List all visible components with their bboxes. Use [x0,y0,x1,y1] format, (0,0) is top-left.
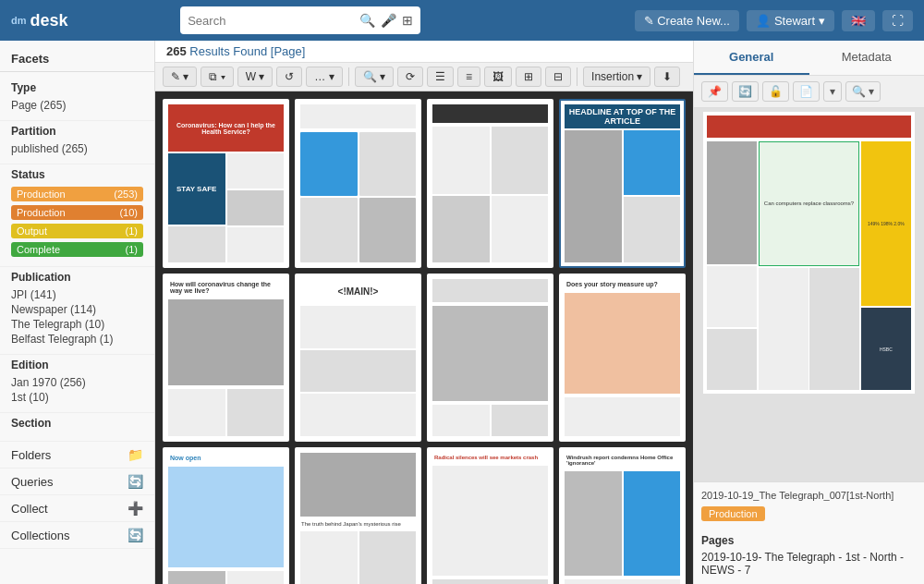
panel-tabs: General Metadata [694,41,924,76]
main-layout: Facets Type Page (265) Partition publish… [0,41,924,584]
wp-button[interactable]: W ▾ [237,67,274,87]
results-page-label: [Page] [271,44,306,58]
panel-filename: 2019-10-19_The Telegraph_007[1st-North] [701,490,917,501]
more-button[interactable]: … ▾ [306,67,342,87]
user-dropdown-icon: ▾ [819,14,825,28]
queries-icon: 🔄 [128,474,143,489]
columns-button[interactable]: ⊟ [545,67,571,87]
facet-group-edition: Edition Jan 1970 (256) 1st (10) [0,355,154,413]
history-button[interactable]: ↺ [276,67,302,87]
panel-zoom-button[interactable]: 🔍 ▾ [845,81,881,102]
facet-group-section: Section [0,413,154,442]
panel-more-button[interactable]: ▾ [823,81,842,102]
grid-item-1[interactable]: Coronavirus: How can I help the Health S… [163,99,289,268]
tab-general[interactable]: General [694,41,809,75]
download-button[interactable]: ⬇ [654,67,680,87]
logo-dm: dm [11,15,27,26]
grid-item-12[interactable]: Windrush report condemns Home Office 'ig… [559,447,686,584]
grid-item-5[interactable]: How will coronavirus change the way we l… [163,274,289,443]
status-complete-1[interactable]: Complete(1) [11,242,143,257]
list-view-button[interactable]: ☰ [427,67,454,87]
search-bar: 🔍 🎤 ⊞ [180,6,420,34]
pin-button[interactable]: 📌 [701,81,728,102]
create-new-button[interactable]: ✎ Create New... [635,10,739,31]
facet-group-publication: Publication JPI (141) Newspaper (114) Th… [0,267,154,355]
user-label: Stewart [774,14,815,28]
facet-type-page[interactable]: Page (265) [11,98,143,113]
collect-action[interactable]: Collect ➕ [0,495,154,522]
grid-item-10[interactable]: The truth behind Japan's mysterious rise [295,447,421,584]
collections-icon: 🔄 [128,528,143,542]
content-toolbar: ✎ ▾ ⧉ ▾ W ▾ ↺ … ▾ 🔍 ▾ ⟳ ☰ ≡ 🖼 ⊞ ⊟ Insert… [155,63,693,91]
copy-button[interactable]: ⧉ ▾ [201,67,233,87]
grid-area: Coronavirus: How can I help the Health S… [155,91,693,584]
sidebar: Facets Type Page (265) Partition publish… [0,41,155,584]
content-area: 265 Results Found [Page] ✎ ▾ ⧉ ▾ W ▾ ↺ …… [155,41,693,584]
header-right: ✎ Create New... 👤 Stewart ▾ 🇬🇧 ⛶ [635,10,913,31]
app-logo: dm desk [11,11,68,30]
grid-view-button[interactable]: ⊞ [516,67,541,87]
facet-edition-1st[interactable]: 1st (10) [11,390,143,405]
language-button[interactable]: 🇬🇧 [842,10,875,31]
facet-pub-jpi[interactable]: JPI (141) [11,287,143,302]
mic-button[interactable]: 🎤 [381,13,396,28]
zoom-button[interactable]: 🔍 ▾ [355,67,394,87]
filter-button[interactable]: ⊞ [402,13,413,28]
folders-icon: 📁 [128,447,143,462]
user-icon: 👤 [756,14,771,28]
collections-action[interactable]: Collections 🔄 [0,522,154,549]
grid-item-2[interactable] [295,99,421,268]
grid-item-4[interactable]: HEADLINE AT TOP OF THE ARTICLE [559,99,686,268]
facet-pub-telegraph[interactable]: The Telegraph (10) [11,317,143,332]
facet-status-label: Status [11,168,143,181]
panel-preview: Can computers replace classrooms? 149% 1… [694,108,924,481]
fullscreen-button[interactable]: ⛶ [882,10,913,31]
status-production-253[interactable]: Production(253) [11,187,143,201]
logo-text: desk [30,11,68,30]
facet-edition-label: Edition [11,359,143,371]
refresh-button[interactable]: ⟳ [397,67,423,87]
thumb-view-button[interactable]: 🖼 [484,67,512,87]
facet-section-label: Section [11,417,143,430]
facet-partition-published[interactable]: published (265) [11,141,143,156]
detail-view-button[interactable]: ≡ [457,67,480,87]
grid-item-8[interactable]: Does your story measure up? [559,274,686,443]
grid-item-11[interactable]: Radical silences will see markets crash [427,447,553,584]
panel-status-badge: Production [701,506,765,521]
panel-page-entry: 2019-10-19- The Telegraph - 1st - North … [701,551,917,577]
search-input[interactable] [188,14,354,28]
queries-action[interactable]: Queries 🔄 [0,468,154,495]
insertion-button[interactable]: Insertion ▾ [583,67,650,87]
results-count: 265 [166,44,187,58]
search-button[interactable]: 🔍 [359,13,375,28]
refresh-panel-button[interactable]: 🔄 [732,81,759,102]
facet-pub-belfast[interactable]: Belfast Telegraph (1) [11,332,143,347]
results-label: Results Found [189,44,270,58]
folders-action[interactable]: Folders 📁 [0,442,154,468]
app-header: dm desk 🔍 🎤 ⊞ ✎ Create New... 👤 Stewart … [0,0,924,41]
facets-title: Facets [0,48,154,72]
collect-icon: ➕ [128,501,143,516]
facet-type-label: Type [11,81,143,94]
facet-edition-jan1970[interactable]: Jan 1970 (256) [11,375,143,390]
export-button[interactable]: 📄 [793,81,820,102]
facet-publication-label: Publication [11,271,143,284]
facet-group-status: Status Production(253) Production(10) Ou… [0,164,154,267]
facet-pub-newspaper[interactable]: Newspaper (114) [11,302,143,317]
user-menu-button[interactable]: 👤 Stewart ▾ [747,10,834,31]
separator-1 [348,67,349,86]
status-production-10[interactable]: Production(10) [11,205,143,220]
panel-toolbar: 📌 🔄 🔓 📄 ▾ 🔍 ▾ [694,76,924,108]
grid-item-3[interactable] [427,99,553,268]
grid-item-6[interactable]: <!MAIN!> [295,274,421,443]
page-grid: Coronavirus: How can I help the Health S… [163,99,686,584]
tab-metadata[interactable]: Metadata [809,41,925,75]
lock-button[interactable]: 🔓 [762,81,789,102]
right-panel: General Metadata 📌 🔄 🔓 📄 ▾ 🔍 ▾ [693,41,924,584]
facet-partition-label: Partition [11,125,143,138]
edit-button[interactable]: ✎ ▾ [163,67,197,87]
grid-item-9[interactable]: Now open [163,447,289,584]
separator-2 [577,67,578,86]
status-output-1[interactable]: Output(1) [11,224,143,238]
grid-item-7[interactable] [427,274,553,443]
